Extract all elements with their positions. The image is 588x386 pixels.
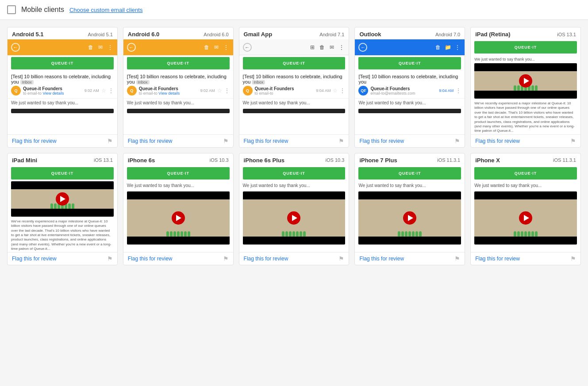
archive-icon[interactable]: 📁 xyxy=(444,44,451,51)
more-options-icon[interactable]: ⋮ xyxy=(456,88,461,94)
flag-review-button[interactable]: Flag this for review xyxy=(12,256,57,262)
email-body-small: We've recently experienced a major miles… xyxy=(471,100,580,134)
email-subject: [Test] 10 billion reasons to celebrate, … xyxy=(11,74,114,84)
client-name: iPhone 7 Plus xyxy=(359,157,397,164)
client-name: iPhone X xyxy=(475,157,500,164)
flag-icon[interactable]: ⚑ xyxy=(107,255,113,262)
delete-icon[interactable]: 🗑 xyxy=(319,44,326,51)
archive-icon[interactable]: ⊞ xyxy=(309,44,316,51)
back-button[interactable]: ← xyxy=(243,43,252,52)
email-subject: [Test] 10 billion reasons to celebrate, … xyxy=(127,74,230,84)
more-options-icon[interactable]: ⋮ xyxy=(224,88,230,94)
flag-icon[interactable]: ⚑ xyxy=(223,138,229,145)
email-preview: QUEUE·IT We just wanted to say thank you… xyxy=(471,39,580,134)
more-icon[interactable]: ⋮ xyxy=(454,44,461,51)
email-preview: ← ⊞ 🗑 ✉ ⋮ QUEUE·IT [Test] 10 billion rea… xyxy=(239,39,349,134)
more-icon[interactable]: ⋮ xyxy=(107,44,114,51)
email-intro-text: We just wanted to say thank you... xyxy=(471,55,580,61)
flag-review-button[interactable]: Flag this for review xyxy=(359,138,404,144)
queue-it-logo: QUEUE·IT xyxy=(51,171,74,176)
queue-it-banner: QUEUE·IT xyxy=(127,57,230,69)
page-title: Mobile clients xyxy=(21,6,64,14)
email-subject: [Test] 10 billion reasons to celebrate, … xyxy=(243,74,346,84)
avatar: Q xyxy=(243,86,253,96)
flag-icon[interactable]: ⚑ xyxy=(454,138,460,145)
avatar: Q xyxy=(11,86,21,96)
card-header: Outlook Android 7.0 xyxy=(355,27,465,39)
sender-to: email-to@emailtests.com xyxy=(370,91,437,96)
flag-icon[interactable]: ⚑ xyxy=(107,138,113,145)
card-header: iPhone X iOS 11.3.1 xyxy=(471,153,580,165)
client-name: Gmail App xyxy=(244,31,273,38)
queue-it-logo: QUEUE·IT xyxy=(399,61,421,65)
delete-icon[interactable]: 🗑 xyxy=(434,44,442,51)
more-icon[interactable]: ⋮ xyxy=(338,44,345,51)
more-options-icon[interactable]: ⋮ xyxy=(340,88,345,94)
client-name: iPad Mini xyxy=(12,157,37,164)
flag-review-button[interactable]: Flag this for review xyxy=(128,138,173,144)
view-details-link[interactable]: View details xyxy=(43,91,64,96)
flag-review-button[interactable]: Flag this for review xyxy=(475,256,520,262)
queue-it-banner: QUEUE·IT xyxy=(11,57,114,69)
card-header: Gmail App Android 7.1 xyxy=(239,27,349,39)
delete-icon[interactable]: 🗑 xyxy=(87,44,94,51)
card-header: iPhone 7 Plus iOS 11.3.1 xyxy=(355,153,465,165)
page-header: Mobile clients Choose custom email clien… xyxy=(0,0,588,20)
star-icon[interactable]: ☆ xyxy=(217,88,222,94)
header-checkbox[interactable] xyxy=(7,5,16,14)
email-icon[interactable]: ✉ xyxy=(97,44,104,51)
sender-time: 9:04 AM xyxy=(439,88,453,93)
queue-it-banner: QUEUE·IT xyxy=(243,167,346,180)
redacted-content xyxy=(358,109,461,113)
flag-icon[interactable]: ⚑ xyxy=(570,255,576,262)
flag-icon[interactable]: ⚑ xyxy=(223,255,229,262)
queue-it-logo: QUEUE·IT xyxy=(51,61,74,65)
flag-icon[interactable]: ⚑ xyxy=(454,255,460,262)
card-header: iPhone 6s iOS 10.3 xyxy=(123,153,233,165)
queue-it-logo: QUEUE·IT xyxy=(515,45,537,50)
redacted-content xyxy=(11,109,114,113)
client-name: iPhone 6s xyxy=(128,157,155,164)
email-preview: QUEUE·IT We just wanted to say thank you… xyxy=(471,165,580,252)
card-footer: Flag this for review ⚑ xyxy=(471,252,580,265)
email-body-text: We just wanted to say thank you... xyxy=(239,99,349,107)
more-icon[interactable]: ⋮ xyxy=(223,44,230,51)
sender-time: 9:02 AM xyxy=(200,88,215,93)
flag-review-button[interactable]: Flag this for review xyxy=(12,138,57,144)
back-button[interactable]: ← xyxy=(11,43,20,52)
flag-icon[interactable]: ⚑ xyxy=(338,255,344,262)
client-name: Outlook xyxy=(359,31,381,38)
flag-review-button[interactable]: Flag this for review xyxy=(475,138,520,144)
back-button[interactable]: ← xyxy=(358,43,367,52)
delete-icon[interactable]: 🗑 xyxy=(203,44,210,51)
email-icon[interactable]: ✉ xyxy=(328,44,335,51)
view-details-link[interactable]: View details xyxy=(158,91,180,96)
card-header: iPhone 6s Plus iOS 10.3 xyxy=(239,153,349,165)
star-icon[interactable]: ☆ xyxy=(101,88,106,94)
star-icon[interactable]: ☆ xyxy=(333,88,338,94)
card-footer: Flag this for review ⚑ xyxy=(239,134,349,147)
card-header: Android 5.1 Android 5.1 xyxy=(8,27,117,39)
client-name: iPhone 6s Plus xyxy=(244,157,284,164)
more-options-icon[interactable]: ⋮ xyxy=(108,88,114,94)
flag-icon[interactable]: ⚑ xyxy=(338,138,344,145)
flag-review-button[interactable]: Flag this for review xyxy=(244,138,288,144)
redacted-content xyxy=(127,109,230,113)
client-card-iphone-7-plus: iPhone 7 Plus iOS 11.3.1 QUEUE·IT We jus… xyxy=(354,153,465,266)
flag-review-button[interactable]: Flag this for review xyxy=(359,256,404,262)
client-card-iphone-6s: iPhone 6s iOS 10.3 QUEUE·IT We just want… xyxy=(123,153,234,266)
os-version: Android 6.0 xyxy=(204,32,228,37)
back-button[interactable]: ← xyxy=(127,43,136,52)
sender-to: to email-to View details xyxy=(139,91,198,96)
flag-icon[interactable]: ⚑ xyxy=(570,138,576,145)
email-body-text: We just wanted to say thank you... xyxy=(471,181,580,190)
os-version: Android 5.1 xyxy=(88,32,113,37)
flag-review-button[interactable]: Flag this for review xyxy=(128,256,173,262)
queue-it-banner: QUEUE·IT xyxy=(474,41,577,54)
email-icon[interactable]: ✉ xyxy=(213,44,220,51)
client-card-outlook: Outlook Android 7.0 ← 🗑 📁 ⋮ QUEUE·IT [Te… xyxy=(354,27,465,148)
client-name: Android 6.0 xyxy=(128,31,160,38)
custom-email-clients-link[interactable]: Choose custom email clients xyxy=(69,7,142,13)
flag-review-button[interactable]: Flag this for review xyxy=(244,256,288,262)
email-preview: QUEUE·IT We just wanted to say thank you… xyxy=(123,165,233,252)
